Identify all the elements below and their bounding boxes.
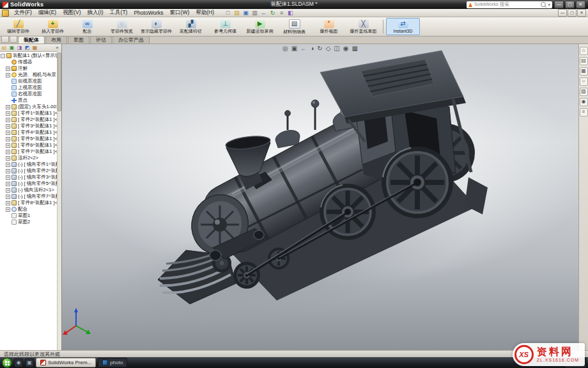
tree-item[interactable]: + [ 零件8^装配体1 ]<1>: [1, 200, 57, 206]
tree-item[interactable]: + [ 零件2^装配体1 ]<1>: [1, 116, 57, 123]
tree-item[interactable]: 原点: [1, 97, 57, 104]
tree-item[interactable]: + 注解: [1, 65, 57, 72]
file-explorer-icon[interactable]: ▦: [580, 67, 588, 76]
zoom-fit-icon[interactable]: ◎: [282, 45, 288, 52]
menu-item[interactable]: 文件(F): [11, 9, 35, 17]
explode-line-sketch-button[interactable]: ╳ 爆炸直线草图: [346, 18, 380, 35]
tree-item[interactable]: 上视基准面: [1, 84, 57, 91]
view-palette-icon[interactable]: ▨: [580, 88, 588, 96]
expand-toggle[interactable]: +: [6, 73, 10, 77]
menu-item[interactable]: 视图(V): [59, 9, 84, 17]
search-caret-icon[interactable]: ▾: [548, 2, 550, 8]
custom-properties-icon[interactable]: ≡: [580, 108, 588, 116]
tree-item[interactable]: + (-) [ 镜向零件3^装配体1 ]: [1, 174, 57, 180]
tab-evaluate[interactable]: 评估: [90, 36, 112, 44]
model-train-3d[interactable]: [62, 44, 578, 350]
maximize-button[interactable]: ▢: [565, 1, 575, 8]
quick-launch-icon[interactable]: ◆: [14, 358, 23, 367]
tree-item[interactable]: + 活杆2<2>: [1, 155, 57, 161]
expand-toggle[interactable]: +: [6, 188, 10, 193]
expand-toggle[interactable]: +: [6, 150, 10, 154]
edit-appearance-icon[interactable]: ◧: [286, 10, 295, 17]
view-orientation-icon[interactable]: ◇: [326, 45, 331, 52]
assembly-features-button[interactable]: ▞ 装配体特征: [174, 18, 208, 35]
expand-toggle[interactable]: +: [6, 175, 10, 180]
hide-show-items-icon[interactable]: ◉: [343, 45, 349, 52]
tree-item[interactable]: + (-) 镜向活杆2<1>: [1, 187, 57, 193]
expand-toggle[interactable]: [6, 220, 10, 225]
exploded-view-button[interactable]: * 爆炸视图: [312, 18, 346, 35]
save-icon[interactable]: ▣: [242, 10, 250, 17]
taskbar-task-photo[interactable]: photo: [98, 358, 127, 367]
tree-root-item[interactable]: − 装配体1 (默认<显示状态-1>): [1, 52, 57, 59]
tree-item[interactable]: + [ 零件1^装配体1 ]<1>: [1, 110, 57, 116]
scrollbar-thumb[interactable]: [58, 52, 61, 111]
toolbar-options-icon[interactable]: [10, 36, 17, 43]
dimxpertmanager-tab-icon[interactable]: ◩: [24, 45, 31, 51]
menu-item[interactable]: 编辑(E): [35, 9, 59, 17]
tree-item[interactable]: + [ 零件3^装配体1 ]<1>: [1, 123, 57, 129]
expand-toggle[interactable]: +: [6, 67, 10, 71]
expand-toggle[interactable]: +: [6, 118, 10, 122]
tree-item[interactable]: + 光源、相机与布景: [1, 72, 57, 78]
displaymanager-tab-icon[interactable]: ▦: [31, 45, 38, 51]
rebuild-icon[interactable]: ↻: [268, 10, 277, 17]
expand-toggle[interactable]: +: [6, 207, 10, 212]
bill-of-materials-button[interactable]: ▤ 材料明细表: [277, 18, 311, 35]
expand-toggle[interactable]: [6, 60, 10, 65]
expand-toggle[interactable]: +: [6, 105, 10, 109]
tree-item[interactable]: + (固定) 火车头1-001<1>: [1, 104, 57, 110]
tree-item[interactable]: 传感器: [1, 59, 57, 65]
menu-item[interactable]: 窗口(W): [167, 9, 193, 17]
undo-icon[interactable]: ←: [259, 10, 268, 17]
expand-toggle[interactable]: [6, 86, 10, 90]
minimize-button[interactable]: —: [554, 1, 564, 8]
print-icon[interactable]: ▥: [251, 10, 259, 17]
expand-toggle[interactable]: +: [6, 124, 10, 129]
menu-item[interactable]: 工具(T): [107, 9, 131, 17]
configurationmanager-tab-icon[interactable]: ◨: [16, 45, 23, 51]
featuremanager-tab-icon[interactable]: ▤: [1, 45, 8, 51]
propertymanager-tab-icon[interactable]: ▣: [8, 45, 15, 51]
expand-toggle[interactable]: [6, 79, 10, 84]
start-button[interactable]: [2, 358, 12, 368]
show-hidden-components-button[interactable]: ◐ 显示隐藏零部件: [139, 18, 173, 35]
rotate-view-icon[interactable]: ↻: [317, 45, 322, 52]
previous-view-icon[interactable]: ←: [300, 45, 307, 52]
graphics-viewport[interactable]: ◎▣←◑↻◇◫◉▦: [62, 44, 578, 350]
menu-item[interactable]: PhotoWorks: [130, 10, 166, 16]
new-motion-study-button[interactable]: ▶ 新建运动算例: [243, 18, 277, 35]
expand-toggle[interactable]: +: [6, 201, 10, 205]
doc-restore-button[interactable]: ▢: [568, 9, 576, 17]
expand-toggle[interactable]: +: [6, 182, 10, 186]
tree-item[interactable]: 草图2: [1, 219, 57, 225]
expand-toggle[interactable]: +: [6, 163, 10, 167]
apply-scene-icon[interactable]: ▦: [352, 45, 358, 52]
expand-toggle[interactable]: +: [6, 169, 10, 173]
component-preview-button[interactable]: ◌ 零部件预览: [105, 18, 139, 35]
menu-item[interactable]: 帮助(H): [192, 9, 217, 17]
expand-toggle[interactable]: +: [6, 156, 10, 161]
zoom-area-icon[interactable]: ▣: [291, 45, 297, 52]
expand-toggle[interactable]: [6, 99, 10, 103]
menu-item[interactable]: 插入(I): [84, 9, 107, 17]
expand-toggle[interactable]: +: [6, 137, 10, 141]
solidworks-resources-icon[interactable]: ⌂: [580, 47, 588, 55]
tree-item[interactable]: + (-) [ 镜向零件1^装配体1 ]: [1, 161, 57, 168]
section-view-icon[interactable]: ◑: [310, 45, 314, 52]
design-library-icon[interactable]: ▤: [580, 57, 588, 65]
tree-item[interactable]: 草图1: [1, 212, 57, 219]
expand-toggle[interactable]: +: [6, 143, 10, 148]
tree-item[interactable]: + [ 零件6^装配体1 ]<1>: [1, 142, 57, 148]
edit-component-button[interactable]: ╱ 编辑零部件: [1, 18, 35, 35]
open-document-icon[interactable]: ▤: [233, 10, 241, 17]
tree-item[interactable]: + (-) [ 镜向零件5^装配体1 ]: [1, 180, 57, 187]
tree-item[interactable]: + (-) [ 镜向零件7^装配体1 ]: [1, 193, 57, 200]
tree-item[interactable]: + (-) [ 镜向零件2^装配体1 ]: [1, 168, 57, 174]
expand-toggle[interactable]: [6, 92, 10, 97]
tree-item[interactable]: + 配合: [1, 206, 57, 212]
doc-close-button[interactable]: ✕: [577, 9, 586, 17]
expand-toggle[interactable]: +: [6, 111, 10, 116]
doc-minimize-button[interactable]: —: [558, 9, 567, 17]
options-icon[interactable]: ≡: [277, 10, 286, 17]
